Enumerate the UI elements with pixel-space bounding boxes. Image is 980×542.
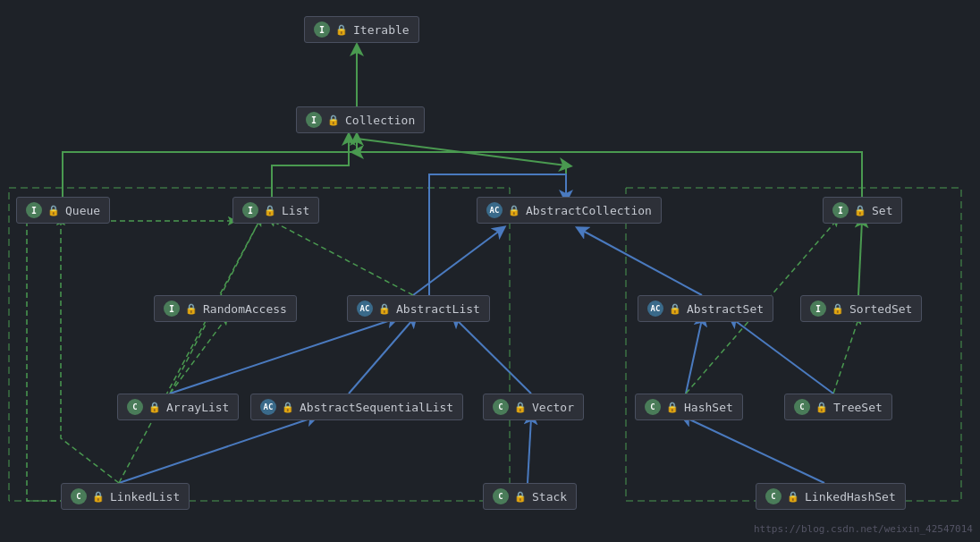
label-abstractsequentiallist: AbstractSequentialList	[300, 401, 453, 414]
label-linkedhashset: LinkedHashSet	[805, 490, 896, 504]
lock-list: 🔒	[264, 205, 276, 216]
label-list: List	[282, 204, 309, 217]
icon-sortedset: I	[810, 301, 826, 317]
label-stack: Stack	[532, 490, 567, 504]
icon-arraylist: C	[127, 399, 143, 415]
lock-abstractsequentiallist: 🔒	[282, 402, 294, 413]
node-iterable: I 🔒 Iterable	[304, 16, 419, 43]
svg-line-17	[686, 319, 702, 394]
lock-vector: 🔒	[514, 402, 527, 413]
svg-line-11	[170, 319, 393, 394]
icon-set: I	[832, 202, 849, 218]
lock-collection: 🔒	[327, 114, 340, 126]
arrows-svg	[0, 0, 980, 542]
svg-line-22	[686, 418, 824, 483]
lock-abstractcollection: 🔒	[508, 205, 520, 216]
icon-list: I	[242, 202, 258, 218]
icon-collection: I	[306, 112, 322, 128]
label-abstractset: AbstractSet	[687, 302, 764, 316]
label-iterable: Iterable	[353, 23, 410, 37]
icon-linkedlist: C	[71, 488, 87, 504]
lock-linkedhashset: 🔒	[787, 491, 799, 503]
svg-line-6	[413, 230, 501, 295]
node-abstractcollection: AC 🔒 AbstractCollection	[477, 197, 662, 224]
svg-line-20	[733, 319, 833, 394]
icon-stack: C	[493, 488, 509, 504]
node-arraylist: C 🔒 ArrayList	[117, 394, 239, 420]
label-sortedset: SortedSet	[849, 302, 912, 316]
label-vector: Vector	[532, 401, 574, 414]
lock-abstractlist: 🔒	[378, 303, 391, 315]
lock-hashset: 🔒	[666, 402, 679, 413]
node-hashset: C 🔒 HashSet	[635, 394, 743, 420]
node-abstractlist: AC 🔒 AbstractList	[347, 295, 490, 322]
svg-line-12	[349, 319, 413, 394]
svg-line-15	[119, 221, 259, 483]
node-linkedhashset: C 🔒 LinkedHashSet	[756, 483, 906, 510]
icon-treeset: C	[794, 399, 810, 415]
icon-hashset: C	[645, 399, 661, 415]
label-randomaccess: RandomAccess	[203, 302, 287, 316]
lock-treeset: 🔒	[815, 402, 828, 413]
node-abstractset: AC 🔒 AbstractSet	[638, 295, 773, 322]
label-linkedlist: LinkedList	[110, 490, 180, 504]
svg-line-19	[833, 319, 858, 394]
icon-iterable: I	[314, 21, 330, 38]
node-collection: I 🔒 Collection	[296, 106, 425, 133]
icon-abstractsequentiallist: AC	[260, 399, 276, 415]
icon-abstractlist: AC	[357, 301, 373, 317]
icon-abstractcollection: AC	[486, 202, 503, 218]
label-abstractcollection: AbstractCollection	[526, 204, 652, 217]
node-list: I 🔒 List	[232, 197, 319, 224]
svg-line-8	[272, 221, 413, 295]
node-vector: C 🔒 Vector	[483, 394, 584, 420]
icon-randomaccess: I	[164, 301, 180, 317]
svg-line-14	[119, 418, 313, 483]
node-randomaccess: I 🔒 RandomAccess	[154, 295, 297, 322]
label-hashset: HashSet	[684, 401, 733, 414]
svg-line-16	[528, 418, 531, 483]
lock-arraylist: 🔒	[148, 402, 161, 413]
label-collection: Collection	[345, 114, 415, 127]
icon-queue: I	[26, 202, 42, 218]
svg-line-5	[357, 139, 566, 165]
node-queue: I 🔒 Queue	[16, 197, 110, 224]
icon-linkedhashset: C	[765, 488, 781, 504]
svg-rect-24	[626, 188, 961, 501]
diagram: I 🔒 Iterable I 🔒 Collection I 🔒 Queue I …	[0, 0, 980, 542]
label-set: Set	[872, 204, 892, 217]
lock-linkedlist: 🔒	[92, 491, 105, 503]
label-queue: Queue	[65, 204, 100, 217]
watermark: https://blog.csdn.net/weixin_42547014	[754, 523, 973, 535]
lock-randomaccess: 🔒	[185, 303, 198, 315]
lock-sortedset: 🔒	[832, 303, 844, 315]
node-linkedlist: C 🔒 LinkedList	[61, 483, 190, 510]
node-set: I 🔒 Set	[823, 197, 902, 224]
svg-line-13	[456, 319, 531, 394]
icon-abstractset: AC	[647, 301, 663, 317]
lock-set: 🔒	[854, 205, 866, 216]
label-abstractlist: AbstractList	[396, 302, 480, 316]
node-treeset: C 🔒 TreeSet	[784, 394, 892, 420]
svg-rect-23	[9, 188, 510, 501]
label-treeset: TreeSet	[833, 401, 883, 414]
svg-line-21	[858, 221, 862, 295]
lock-abstractset: 🔒	[669, 303, 681, 315]
lock-queue: 🔒	[47, 205, 60, 216]
node-stack: C 🔒 Stack	[483, 483, 577, 510]
svg-line-9	[170, 319, 225, 394]
icon-vector: C	[493, 399, 509, 415]
lock-stack: 🔒	[514, 491, 527, 503]
svg-line-7	[581, 230, 702, 295]
node-abstractsequentiallist: AC 🔒 AbstractSequentialList	[250, 394, 463, 420]
lock-iterable: 🔒	[335, 24, 348, 36]
label-arraylist: ArrayList	[166, 401, 229, 414]
node-sortedset: I 🔒 SortedSet	[800, 295, 922, 322]
